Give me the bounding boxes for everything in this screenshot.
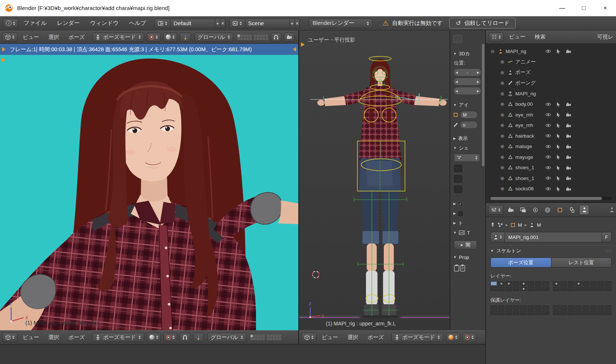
layer-cell[interactable]: [498, 311, 505, 315]
scene-name[interactable]: Scene: [245, 19, 290, 28]
layer-cell[interactable]: [528, 286, 534, 291]
expand-toggle-icon[interactable]: ⊕: [499, 144, 505, 149]
pivot-point-selector[interactable]: [163, 333, 177, 342]
visibility-eye-icon[interactable]: [545, 176, 551, 180]
editor-type-selector[interactable]: [2, 332, 17, 342]
layer-cell[interactable]: [513, 286, 519, 291]
fake-user-button[interactable]: F: [602, 232, 612, 242]
outliner-item-label[interactable]: hairback: [515, 133, 534, 139]
renderability-camera-icon[interactable]: [566, 144, 571, 149]
viewport-shading-selector[interactable]: [163, 33, 177, 42]
outliner-row[interactable]: ⊕ボーング: [486, 78, 616, 89]
outliner-row[interactable]: ⊕socks06: [486, 184, 616, 194]
snap-toggle[interactable]: [180, 333, 190, 342]
panel-display[interactable]: ▶表示: [450, 134, 485, 143]
selectability-cursor-icon[interactable]: [556, 176, 561, 181]
layer-cell[interactable]: [590, 286, 597, 291]
layer-cell[interactable]: [553, 305, 560, 310]
layer-cell[interactable]: [575, 311, 582, 315]
mode-selector[interactable]: ポーズモード: [92, 333, 144, 342]
viewport-3d-right[interactable]: Z X ユーザー・平行投影 (1) MAPI_rig : upper_arm_f…: [299, 30, 450, 330]
selectability-cursor-icon[interactable]: [556, 112, 561, 117]
layer-cell[interactable]: [568, 286, 574, 291]
menu-pose[interactable]: ポーズ: [64, 34, 89, 41]
layer-cell[interactable]: [520, 281, 527, 286]
bone-name-field[interactable]: u: [460, 121, 478, 129]
outliner-row[interactable]: ⊕eye_mh: [486, 120, 616, 131]
layer-cell[interactable]: [490, 286, 497, 291]
layer-cell[interactable]: [505, 286, 512, 291]
selectability-cursor-icon[interactable]: [556, 123, 561, 128]
color-swatch[interactable]: [454, 165, 462, 172]
layer-cell[interactable]: [542, 281, 549, 286]
close-button[interactable]: ×: [594, 0, 616, 16]
menu-render[interactable]: レンダー: [52, 16, 84, 30]
layer-cell[interactable]: [535, 311, 542, 315]
layer-cell[interactable]: [605, 305, 612, 310]
snap-toggle[interactable]: [271, 33, 281, 42]
layer-cell[interactable]: [590, 281, 597, 286]
layer-cell[interactable]: [498, 305, 505, 310]
panel-item[interactable]: ▼アイ: [450, 100, 485, 110]
expand-toggle-icon[interactable]: ⊕: [499, 80, 505, 86]
visibility-eye-icon[interactable]: [545, 187, 551, 191]
tab-world[interactable]: [542, 205, 552, 215]
pivot-point-selector[interactable]: [147, 33, 161, 42]
toolbar-expand-icon[interactable]: [2, 58, 6, 62]
layers-widget[interactable]: [237, 35, 268, 40]
shelf-top-button[interactable]: [453, 35, 462, 43]
layer-cell[interactable]: [498, 281, 505, 286]
open-button[interactable]: ▶開: [454, 240, 477, 249]
renderability-camera-icon[interactable]: [566, 123, 571, 128]
editor-type-selector[interactable]: [2, 32, 17, 42]
outliner-item-label[interactable]: matuge: [515, 144, 532, 149]
layer-cell[interactable]: [560, 281, 567, 286]
viewport-shading-selector[interactable]: [446, 333, 460, 342]
layer-cell[interactable]: [490, 305, 497, 310]
layer-cell[interactable]: [597, 281, 604, 286]
renderability-camera-icon[interactable]: [566, 134, 571, 138]
layer-cell[interactable]: [490, 311, 497, 315]
rest-position-button[interactable]: レスト位置: [551, 258, 612, 268]
layer-cell[interactable]: [583, 305, 589, 310]
cursor-y-field[interactable]: ◀▶: [453, 78, 482, 86]
selectability-cursor-icon[interactable]: [556, 186, 561, 191]
expand-toggle-icon[interactable]: ⊖: [490, 49, 496, 54]
layer-cell[interactable]: [528, 305, 534, 310]
outliner-row[interactable]: ⊕shoes_1: [486, 173, 616, 184]
expand-toggle-icon[interactable]: ⊕: [499, 112, 505, 118]
renderability-camera-icon[interactable]: [566, 102, 571, 106]
tab-scene[interactable]: [530, 205, 540, 215]
layer-cell[interactable]: [590, 311, 597, 315]
color-swatch[interactable]: [454, 186, 462, 193]
outliner-row[interactable]: ⊕eye_mh: [486, 109, 616, 120]
expand-toggle-icon[interactable]: ⊕: [499, 154, 505, 160]
outliner-item-label[interactable]: socks06: [515, 186, 534, 191]
checkbox-icon[interactable]: ✓: [458, 201, 463, 206]
layer-cell[interactable]: [583, 311, 589, 315]
cursor-z-field[interactable]: ◀▶: [453, 87, 482, 95]
outliner-item-label[interactable]: mayuge: [515, 154, 533, 160]
manipulator-toggle[interactable]: [180, 33, 191, 42]
render-engine-selector[interactable]: Blenderレンダー: [309, 19, 373, 28]
layer-cell[interactable]: [520, 305, 527, 310]
layer-cell[interactable]: [535, 281, 542, 286]
menu-file[interactable]: ファイル: [19, 16, 51, 30]
tab-constraints[interactable]: [567, 205, 577, 215]
outliner-row[interactable]: ⊕ポーズ: [486, 67, 616, 78]
visibility-eye-icon[interactable]: [545, 155, 551, 159]
outliner-row[interactable]: ⊕MAPI_rig: [486, 88, 616, 99]
maximize-button[interactable]: □: [573, 0, 594, 16]
layer-cell[interactable]: [568, 305, 574, 310]
outliner-row[interactable]: ⊕shoes_1: [486, 163, 616, 173]
outliner-row[interactable]: ⊕body.00: [486, 99, 616, 110]
panel-background-image[interactable]: ▼ T: [450, 228, 485, 237]
outliner-item-label[interactable]: shoes_1: [515, 165, 534, 170]
panel-3d-cursor[interactable]: ▼3Dカ: [450, 49, 485, 59]
renderability-camera-icon[interactable]: [566, 49, 571, 53]
menu-pose[interactable]: ポーズ: [64, 334, 89, 341]
viewport-3d-left[interactable]: Z X (1) MAPI_rig : upper_arm_fk.L: [0, 55, 298, 330]
collapse-arrow-icon[interactable]: [2, 47, 6, 52]
screen-layout-browse[interactable]: [155, 19, 171, 28]
arrow-right-icon[interactable]: ▶: [477, 80, 479, 83]
